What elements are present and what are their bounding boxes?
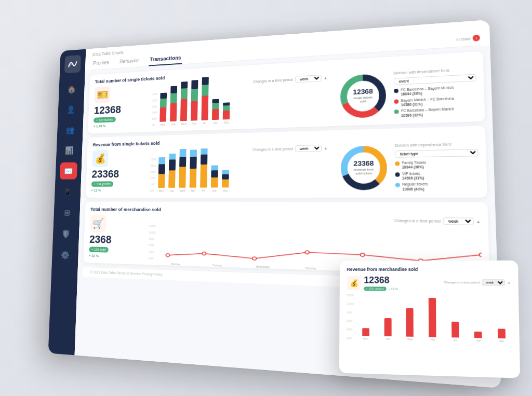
chart-label: in chart: [457, 36, 471, 41]
sidebar-item-profile[interactable]: 👤: [62, 101, 80, 118]
bar-segment: [170, 86, 177, 93]
chart3-time-label: Changes in a time period: [394, 219, 441, 223]
chart2-legend-item-2: VIP tickets14586 (31%): [395, 170, 480, 181]
bar-stack: [223, 102, 230, 119]
chart-card-revenue: Revenue from single tickets sold 💰 23368…: [86, 126, 487, 198]
bar-segment: [223, 105, 230, 111]
bar-segment: [202, 85, 208, 95]
chart3-badge: + 134 sold: [89, 247, 108, 252]
chart3-time-select[interactable]: weekmonth: [443, 217, 474, 225]
chart3-number: 2368: [89, 234, 144, 245]
sidebar-item-team[interactable]: 👥: [61, 121, 79, 138]
bar-day-label: Wed: [180, 189, 185, 192]
chart2-division-select[interactable]: ticket type: [395, 148, 478, 157]
fc-icon: 💰: [347, 276, 361, 290]
chart3-y-axis: 12000100008000600040002000: [148, 224, 156, 260]
chart3-change: + 12 %: [89, 254, 144, 259]
bar-group: Fri: [200, 148, 208, 192]
bar-segment: [181, 88, 188, 99]
legend-dot-2: [394, 99, 398, 103]
legend-dot-2-1: [395, 161, 400, 166]
fc-bar-col: Mon: [356, 327, 375, 340]
bar-segment: [168, 170, 176, 188]
tab-transactions[interactable]: Transactions: [149, 52, 182, 66]
bar-segment: [211, 170, 218, 177]
footer-text: © 2021 Data Talks Terms of Service Priva…: [90, 270, 162, 276]
svg-point-14: [479, 253, 482, 256]
fc-time-label: Changes in a time period: [444, 280, 480, 283]
sidebar-item-mobile[interactable]: 📱: [59, 183, 76, 200]
bar-segment: [158, 174, 165, 188]
chart1-division-select[interactable]: event: [394, 74, 476, 85]
bar-day-label: Thu: [192, 122, 196, 125]
app-logo: [64, 54, 81, 73]
tab-profiles[interactable]: Profiles: [92, 57, 110, 70]
bar-stack: [180, 81, 188, 121]
legend-dot-3: [394, 110, 399, 114]
sidebar-item-settings[interactable]: ⚙️: [56, 245, 74, 263]
sidebar-item-grid[interactable]: ⊞: [58, 203, 76, 221]
floating-card: Revenue from merchandise sold 💰 12368 + …: [339, 260, 520, 378]
chart-icon[interactable]: i: [473, 34, 480, 41]
fc-chart-area: 15000120008000600040002000 MonTueWedThuF…: [347, 293, 512, 343]
legend-dot-1: [394, 88, 398, 93]
chart2-time-label: Changes in a time period: [252, 147, 293, 152]
bar-group: Sat: [211, 165, 218, 192]
chart2-division-label: Division with dependence from:: [395, 141, 478, 147]
bar-segment: [212, 99, 219, 103]
bar-segment: [160, 92, 167, 99]
bar-stack: [200, 148, 207, 188]
bar-segment: [158, 164, 165, 174]
chart1-legend-item-1: FC Barcelona – Bayern Munich18844 (38%): [394, 84, 477, 97]
bar-stack: [168, 153, 176, 187]
chart1-bars-container: MonTueWedThuFriSatSun: [158, 89, 230, 126]
bar-segment: [202, 95, 209, 120]
bar-group: Wed: [180, 81, 188, 126]
bar-day-label: Sat: [214, 121, 218, 124]
chart2-number: 23368: [91, 168, 146, 180]
legend-dot-2-2: [395, 172, 400, 176]
fc-bar-col: Tue: [378, 318, 397, 340]
fc-bar: [406, 308, 414, 336]
sidebar-item-home[interactable]: 🏠: [63, 80, 81, 98]
tab-behavior[interactable]: Behavior: [118, 55, 140, 67]
bar-segment: [180, 148, 187, 157]
chart2-legend-item-1: Family Tickets18844 (38%): [395, 159, 479, 170]
bar-segment: [222, 174, 229, 179]
bar-segment: [211, 177, 218, 187]
bar-segment: [201, 154, 207, 165]
fc-bar-label: Thu: [430, 338, 435, 341]
bar-group: Thu: [190, 149, 197, 192]
chart1-time-select[interactable]: weekmonth: [295, 74, 322, 82]
fc-time-control: Changes in a time period week ▲: [444, 279, 511, 285]
bar-day-label: Mon: [159, 189, 164, 192]
svg-point-9: [202, 252, 206, 255]
fc-time-select[interactable]: week: [482, 279, 505, 285]
chart2-donut-label: 23368 revenue fromsold tickets: [353, 160, 374, 176]
chart2-icon: 💰: [92, 149, 109, 167]
svg-point-10: [252, 256, 256, 260]
chart3-title: Total number of merchandise sold: [90, 206, 480, 214]
chart1-legend: Division with dependence from: event FC …: [394, 66, 477, 118]
bar-day-label: Sun: [223, 189, 228, 192]
bar-segment: [170, 103, 177, 121]
fc-bar: [451, 321, 459, 337]
bar-segment: [179, 167, 186, 187]
sidebar-item-mail[interactable]: ✉️: [60, 162, 77, 179]
sidebar-item-analytics[interactable]: 📊: [60, 141, 78, 158]
bar-group: Thu: [191, 80, 198, 125]
bar-stack: [170, 86, 177, 121]
fc-bar-label: Sat: [476, 339, 481, 342]
bar-day-label: Sun: [224, 120, 229, 124]
outer-wrapper: 🏠 👤 👥 📊 ✉️ 📱 ⊞ 🛡️ ⚙️ Data Talks Charts P…: [32, 17, 500, 380]
bar-segment: [159, 107, 166, 121]
chart3-time-control: Changes in a time period weekmonth ▲: [149, 215, 481, 225]
fc-bar: [429, 297, 436, 337]
chart2-time-select[interactable]: weekmonth: [295, 144, 322, 152]
bar-group: Mon: [158, 157, 165, 192]
bar-segment: [223, 110, 230, 119]
fc-bar-label: Sun: [499, 339, 504, 342]
bar-segment: [200, 164, 207, 187]
sidebar-item-shield[interactable]: 🛡️: [57, 225, 75, 242]
chart1-metric-left: 🎫 12368 + 134 tickets + 1.49 %: [94, 84, 148, 128]
